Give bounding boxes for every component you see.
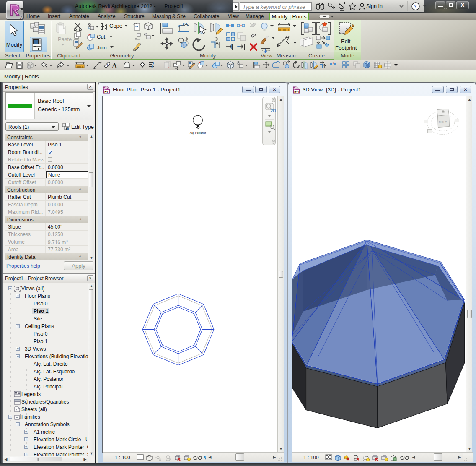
svg-text:A: A xyxy=(112,62,117,70)
svg-text:Edit: Edit xyxy=(341,38,351,44)
svg-text:?: ? xyxy=(414,3,417,10)
svg-text:Join: Join xyxy=(97,44,107,51)
svg-text:Cut: Cut xyxy=(97,34,106,40)
svg-text:Paste: Paste xyxy=(58,36,72,42)
svg-text:Cope: Cope xyxy=(109,23,122,29)
svg-text:RVT: RVT xyxy=(104,90,110,93)
svg-text:2D: 2D xyxy=(270,108,276,113)
svg-text:A: A xyxy=(20,16,23,20)
svg-text:Alç. Posterior: Alç. Posterior xyxy=(190,131,206,135)
svg-text:Footprint: Footprint xyxy=(335,45,357,51)
svg-text:RIGHT: RIGHT xyxy=(439,121,447,123)
svg-text:1: 1 xyxy=(106,63,109,67)
svg-text:RVT: RVT xyxy=(294,90,300,93)
